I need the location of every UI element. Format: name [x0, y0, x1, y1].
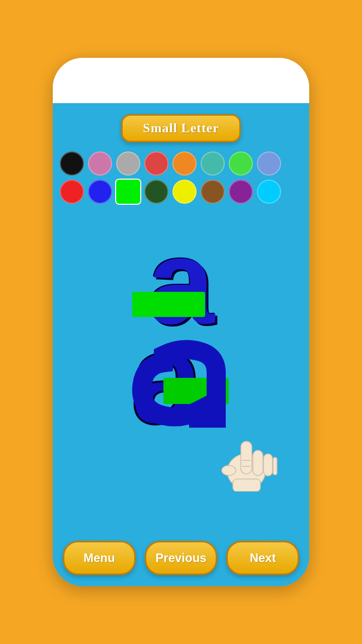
color-red[interactable]: [60, 180, 84, 204]
color-light-blue[interactable]: [257, 151, 281, 176]
bottom-navigation: Menu Previous Next: [53, 532, 309, 586]
letter-display: a: [118, 214, 244, 350]
letter-area: a a: [53, 204, 309, 532]
color-row-2: [60, 180, 281, 204]
color-gray[interactable]: [116, 151, 140, 176]
title-banner: Small Letter: [121, 114, 240, 142]
color-dark-green[interactable]: [144, 180, 168, 204]
color-teal[interactable]: [201, 151, 225, 176]
svg-point-7: [222, 465, 236, 475]
color-red-orange[interactable]: [144, 151, 168, 176]
color-orange[interactable]: [172, 151, 197, 176]
hand-icon: [219, 426, 279, 492]
color-yellow[interactable]: [172, 180, 197, 204]
color-pink[interactable]: [88, 151, 112, 176]
svg-rect-6: [273, 457, 277, 475]
color-brown[interactable]: [201, 180, 225, 204]
app-screen: Small Letter: [53, 103, 309, 586]
color-blue[interactable]: [88, 180, 112, 204]
app-title: Small Letter: [143, 121, 219, 135]
color-cyan[interactable]: [257, 180, 281, 204]
color-palette: [53, 151, 309, 204]
color-black[interactable]: [60, 151, 84, 176]
previous-button[interactable]: Previous: [145, 541, 218, 575]
svg-rect-3: [241, 441, 252, 474]
color-light-green[interactable]: [229, 151, 253, 176]
menu-button[interactable]: Menu: [63, 541, 136, 575]
next-button[interactable]: Next: [226, 541, 299, 575]
phone-frame: Small Letter: [53, 58, 309, 586]
phone-top-bar: [53, 58, 309, 103]
svg-rect-5: [263, 454, 273, 476]
color-row-1: [60, 151, 281, 176]
color-purple[interactable]: [229, 180, 253, 204]
color-green-selected[interactable]: [116, 180, 140, 204]
hand-cursor: [219, 426, 279, 492]
svg-rect-4: [253, 450, 263, 475]
svg-rect-8: [233, 479, 260, 492]
